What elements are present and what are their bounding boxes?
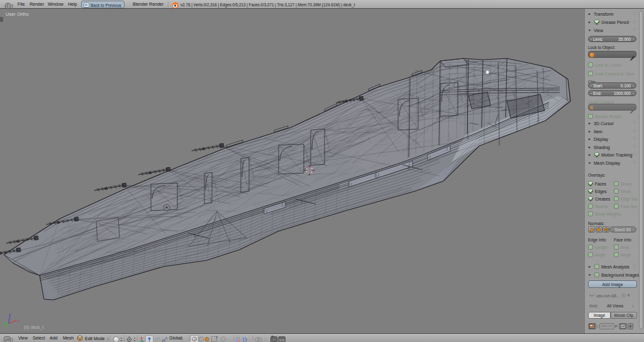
svg-text:x: x [18,319,19,323]
